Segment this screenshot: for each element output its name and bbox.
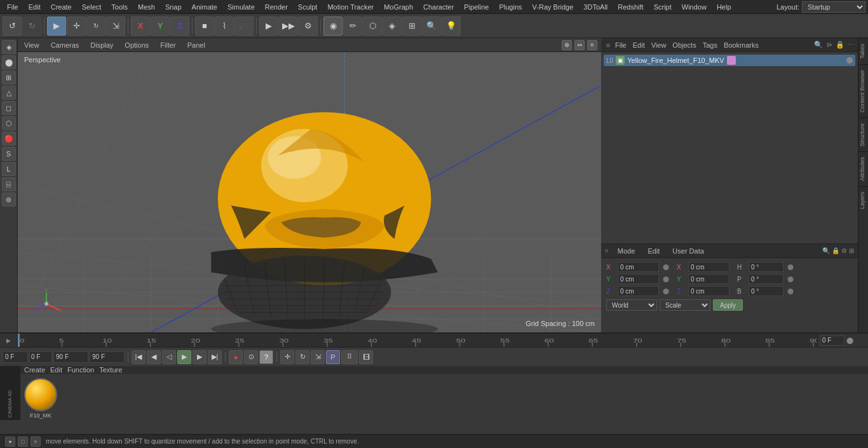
- sidebar-btn-11[interactable]: ⊚: [2, 193, 16, 207]
- menu-simulate[interactable]: Simulate: [223, 2, 259, 12]
- attr-edit-tab[interactable]: Edit: [644, 246, 663, 256]
- vp-menu-display[interactable]: Display: [88, 40, 116, 50]
- sidebar-btn-5[interactable]: ◻: [2, 101, 16, 115]
- tab-layers[interactable]: Layers: [858, 186, 868, 214]
- menu-motion-tracker[interactable]: Motion Tracker: [323, 2, 378, 12]
- help-button[interactable]: ?: [259, 350, 273, 364]
- rp-filter-icon[interactable]: ⊳: [825, 41, 834, 50]
- material-button[interactable]: ◈: [383, 17, 402, 36]
- mat-function-menu[interactable]: Function: [67, 366, 94, 374]
- key-button[interactable]: P: [326, 350, 340, 364]
- timeline-ruler[interactable]: 0 5 10 15 20 25 30 35 40: [18, 334, 817, 347]
- apply-button[interactable]: Apply: [713, 299, 743, 311]
- attr-h-input[interactable]: [749, 262, 783, 272]
- attr-x2-pos-input[interactable]: [688, 262, 729, 272]
- rp-search-icon[interactable]: 🔍: [814, 41, 823, 50]
- menu-help[interactable]: Help: [712, 2, 736, 12]
- scale-tool-button[interactable]: ⇲: [106, 17, 125, 36]
- attr-expand-icon[interactable]: ⊞: [849, 247, 854, 254]
- sidebar-btn-10[interactable]: ⌸: [2, 177, 16, 191]
- box-object-button[interactable]: ■: [195, 17, 214, 36]
- shading-button[interactable]: ◉: [323, 17, 342, 36]
- sidebar-btn-8[interactable]: S: [2, 147, 16, 161]
- mat-texture-menu[interactable]: Texture: [99, 366, 122, 374]
- attr-z-pos-input[interactable]: [618, 286, 659, 296]
- sidebar-btn-4[interactable]: △: [2, 86, 16, 100]
- rp-view-label[interactable]: View: [651, 41, 667, 49]
- attr-mode-tab[interactable]: Mode: [614, 246, 639, 256]
- rp-lock-icon[interactable]: 🔒: [836, 41, 844, 50]
- viewport[interactable]: Perspective Grid Spacing : 100 cm X Y Z: [18, 52, 601, 332]
- rp-file-label[interactable]: File: [615, 41, 627, 49]
- menu-file[interactable]: File: [3, 2, 23, 12]
- texture-mode-button[interactable]: ⬡: [363, 17, 382, 36]
- attr-search-icon[interactable]: 🔍: [822, 247, 830, 254]
- rp-bookmarks-label[interactable]: Bookmarks: [724, 41, 759, 49]
- step-back-button[interactable]: ◀: [147, 350, 161, 364]
- status-icon-3[interactable]: ×: [31, 437, 41, 447]
- menu-script[interactable]: Script: [649, 2, 676, 12]
- move-button-2[interactable]: ✛: [280, 350, 294, 364]
- sidebar-btn-3[interactable]: ⊞: [2, 71, 16, 85]
- object-visibility-dot[interactable]: [846, 57, 853, 64]
- vp-settings-icon[interactable]: ≡: [587, 40, 597, 50]
- mat-create-menu[interactable]: Create: [24, 366, 45, 374]
- tab-structure[interactable]: Structure: [858, 118, 868, 152]
- play-reverse-button[interactable]: ◁: [162, 350, 176, 364]
- current-frame-input[interactable]: [820, 336, 844, 346]
- tab-content-browser[interactable]: Content Browser: [858, 64, 868, 118]
- vp-maximize-icon[interactable]: ⊕: [562, 40, 572, 50]
- start-frame-input-2[interactable]: [31, 353, 50, 360]
- edit-spline-button[interactable]: ✏: [343, 17, 362, 36]
- rp-objects-label[interactable]: Objects: [672, 41, 696, 49]
- rp-file-icon[interactable]: ≡: [604, 41, 613, 50]
- menu-vray[interactable]: V-Ray Bridge: [528, 2, 578, 12]
- menu-select[interactable]: Select: [78, 2, 106, 12]
- select-tool-button[interactable]: ▶: [47, 17, 66, 36]
- move-tool-button[interactable]: ✛: [67, 17, 86, 36]
- attr-b-input[interactable]: [749, 286, 783, 296]
- render-all-button[interactable]: ▶▶: [279, 17, 298, 36]
- end-frame-input-1[interactable]: [53, 351, 88, 363]
- step-forward-button[interactable]: ▶: [193, 350, 207, 364]
- y-axis-button[interactable]: Y: [151, 17, 170, 36]
- end-frame-input-2[interactable]: [90, 351, 125, 363]
- filmstrip-button[interactable]: 🎞: [359, 350, 373, 364]
- menu-plugins[interactable]: Plugins: [494, 2, 526, 12]
- attr-lock-icon[interactable]: 🔒: [832, 247, 839, 254]
- world-dropdown[interactable]: World Object Camera: [606, 299, 657, 311]
- rotate-btn-2[interactable]: ↻: [295, 350, 309, 364]
- quick-preview-button[interactable]: 🔍: [422, 17, 441, 36]
- attr-p-input[interactable]: [749, 274, 783, 284]
- render-settings-button[interactable]: ⚙: [299, 17, 318, 36]
- menu-animate[interactable]: Animate: [187, 2, 222, 12]
- scale-dropdown[interactable]: Scale Absolute: [660, 299, 710, 311]
- material-thumbnail-container[interactable]: F10_MK: [24, 378, 57, 419]
- render-view-button[interactable]: ▶: [259, 17, 278, 36]
- attr-y2-pos-input[interactable]: [688, 274, 729, 284]
- sidebar-btn-2[interactable]: ⬤: [2, 55, 16, 69]
- x-axis-button[interactable]: X: [131, 17, 150, 36]
- attr-user-data-tab[interactable]: User Data: [668, 246, 708, 256]
- scale-btn-2[interactable]: ⇲: [311, 350, 325, 364]
- light-button[interactable]: 💡: [442, 17, 461, 36]
- spline-button[interactable]: ⌇: [215, 17, 234, 36]
- sidebar-btn-6[interactable]: ⬡: [2, 116, 16, 130]
- object-list-item[interactable]: L0 ▣ Yellow_Fire_Helmet_F10_MKV: [604, 55, 855, 66]
- go-start-button[interactable]: |◀: [132, 350, 146, 364]
- attr-z2-pos-input[interactable]: [688, 286, 729, 296]
- sidebar-btn-7[interactable]: 🔴: [2, 132, 16, 146]
- sidebar-btn-9[interactable]: L: [2, 162, 16, 176]
- start-frame-input[interactable]: [3, 351, 28, 363]
- menu-window[interactable]: Window: [677, 2, 711, 12]
- floor-button[interactable]: ⊞: [402, 17, 421, 36]
- menu-edit[interactable]: Edit: [24, 2, 45, 12]
- tab-takes[interactable]: Takes: [858, 38, 868, 64]
- vp-menu-panel[interactable]: Panel: [185, 40, 208, 50]
- menu-character[interactable]: Character: [419, 2, 458, 12]
- menu-snap[interactable]: Snap: [161, 2, 186, 12]
- vp-menu-filter[interactable]: Filter: [158, 40, 178, 50]
- menu-create[interactable]: Create: [46, 2, 76, 12]
- rp-edit-label[interactable]: Edit: [633, 41, 645, 49]
- menu-pipeline[interactable]: Pipeline: [459, 2, 493, 12]
